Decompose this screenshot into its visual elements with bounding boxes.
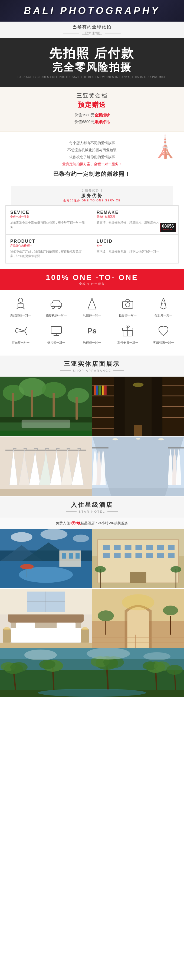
svg-rect-46 (104, 385, 107, 395)
svg-rect-23 (12, 393, 14, 417)
hotel-highlight: 3天2晚 (70, 521, 81, 525)
svg-rect-83 (125, 545, 131, 550)
svg-line-9 (25, 327, 27, 331)
hotel-title: 入住星级酒店 (4, 501, 180, 509)
svg-point-152 (143, 652, 170, 660)
svg-rect-95 (130, 572, 146, 583)
svg-rect-89 (114, 553, 121, 558)
hotel-info: 免费入住3天2晚精品酒店 / 24小时VIP接机服务 (0, 517, 184, 529)
service-cell-product: PRODUCT 产品优化免费赠计 我们不生产产品，我们生产的是情感，帮你提取形象… (6, 234, 92, 263)
icons-section: 新婚跟拍一对一 摄影机师一对一 礼服师一对一 (0, 290, 184, 356)
svg-point-61 (136, 438, 141, 439)
story-highlight: 量身定制拍摄方案、全程一对一服务！ (11, 161, 173, 168)
gold-title: 三亚黄金档 (5, 92, 179, 99)
svg-point-151 (86, 648, 130, 660)
icon-label-9: 取件专员一对一 (117, 341, 138, 345)
service-cell-sevice: SEVICE 全程一对一服务 从前期准备到中期拍摄与商业包装，每个环节都一对一服… (6, 205, 92, 234)
svg-point-7 (162, 302, 165, 304)
icon-label-7: 选片师一对一 (47, 341, 65, 345)
service-cell-lucid: LUCID 专一 高沟通，专业修图专业，绝不让你多花多一对一 (92, 234, 178, 263)
story-section: 🗼 每个恋人都有不同的爱情故事 不想流走机械化拍摄与商业包装 依依祝您了解你们的… (0, 132, 184, 186)
service-cell-desc-3: 我们不生产产品，我们生产的是情感，帮你提取形象方案，让你的更像你想要 (10, 249, 87, 259)
svg-rect-114 (0, 643, 92, 648)
svg-rect-103 (16, 622, 35, 633)
hotel-photo-grid (0, 529, 184, 648)
svg-rect-74 (69, 553, 73, 558)
svg-line-10 (25, 331, 27, 335)
svg-rect-34 (92, 396, 114, 396)
svg-rect-84 (136, 545, 142, 550)
service-cell-desc-1: 从前期准备到中期拍摄与商业包装，每个环节都一对一服务 (10, 220, 87, 230)
svg-point-2 (52, 306, 54, 309)
store-title: 三亚实体店面展示 (4, 360, 180, 368)
service-cell-title-3: PRODUCT (10, 239, 87, 244)
store-photo-2 (92, 377, 184, 436)
store-divider: SHOP APPARANCE (4, 369, 180, 372)
svg-point-133 (10, 662, 27, 672)
gold-section: 三亚黄金档 预定赠送 价值1980元全新婚纱 价值6800元婚嫁好礼 (0, 87, 184, 131)
svg-point-148 (38, 689, 146, 697)
hotel-sub: STAR HOTEL (79, 510, 105, 513)
svg-rect-82 (114, 545, 121, 550)
icons-row-2: 灯光师一对一 选片师一对一 Ps 数码师一对一 (3, 323, 181, 345)
svg-point-67 (41, 529, 68, 540)
service-cell-subtitle-4: 专一 (97, 244, 174, 248)
icon-label-8: 数码师一对一 (83, 341, 101, 345)
icon-label-2: 摄影机师一对一 (46, 313, 67, 318)
service-title: 服务优势 (11, 193, 173, 199)
svg-point-66 (11, 532, 32, 542)
svg-rect-40 (162, 406, 184, 407)
one-to-one-sub: 全程 6 对一服务 (4, 282, 180, 286)
icon-dress: 礼服师一对一 (78, 296, 106, 318)
makeup-icon (155, 296, 171, 312)
service-cell-subtitle-1: 全程一对一服务 (10, 215, 87, 219)
one-to-one-section: 100% ONE -TO- ONE 全程 6 对一服务 (0, 269, 184, 290)
svg-point-68 (73, 535, 89, 542)
sub-header: 巴黎有约全球旅拍 三亚大理/丽江 (0, 22, 184, 38)
car-icon (48, 296, 64, 312)
svg-rect-38 (162, 385, 184, 385)
svg-rect-11 (51, 326, 61, 333)
bride-icon (13, 296, 29, 312)
service-eng: 【 服务优势 】 (11, 188, 173, 192)
svg-rect-25 (53, 393, 54, 417)
service-cell-title-4: LUCID (97, 239, 174, 244)
svg-rect-91 (136, 553, 142, 558)
svg-point-6 (126, 303, 130, 307)
icon-label-1: 新婚跟拍一对一 (10, 313, 31, 318)
icon-service: 客服管家一对一 (150, 323, 177, 345)
svg-point-22 (67, 388, 89, 403)
heart-icon (155, 323, 171, 339)
gold-item2: 价值6800元婚嫁好礼 (5, 119, 179, 125)
icon-label-5: 化妆师一对一 (155, 313, 172, 318)
svg-rect-57 (92, 447, 109, 449)
svg-point-120 (163, 606, 178, 615)
subtitle: 巴黎有约全球旅拍 (0, 24, 184, 30)
svg-rect-90 (125, 553, 131, 558)
svg-rect-88 (103, 553, 110, 558)
svg-rect-35 (92, 406, 114, 407)
svg-rect-24 (31, 390, 33, 417)
sub-header-divider: 三亚大理/丽江 (0, 31, 184, 36)
svg-rect-59 (92, 488, 184, 496)
svg-rect-42 (94, 385, 96, 395)
hotel-photo-1 (0, 529, 92, 588)
one-to-one-title: 100% ONE -TO- ONE (4, 273, 180, 282)
remake-badge: 08656 REMAKE (160, 223, 176, 232)
svg-marker-8 (15, 328, 25, 332)
eiffel-icon: 🗼 (152, 134, 179, 159)
tagline: 三亚大理/丽江 (82, 31, 102, 36)
hotel-divider: STAR HOTEL (4, 510, 180, 513)
icons-row-1: 新婚跟拍一对一 摄影机师一对一 礼服师一对一 (3, 296, 181, 318)
remake-number: 08656 (162, 224, 174, 228)
svg-rect-28 (22, 420, 70, 428)
svg-rect-45 (102, 385, 104, 395)
hotel-section-header: 入住星级酒店 STAR HOTEL (0, 496, 184, 517)
service-cell-subtitle-2: 无条件免费返图 (97, 215, 174, 219)
service-cell-title-1: SEVICE (10, 210, 87, 215)
remake-label: REMAKE (162, 228, 174, 231)
svg-point-136 (39, 660, 56, 669)
svg-point-113 (82, 627, 88, 630)
svg-point-112 (3, 627, 10, 630)
svg-rect-110 (3, 629, 11, 643)
